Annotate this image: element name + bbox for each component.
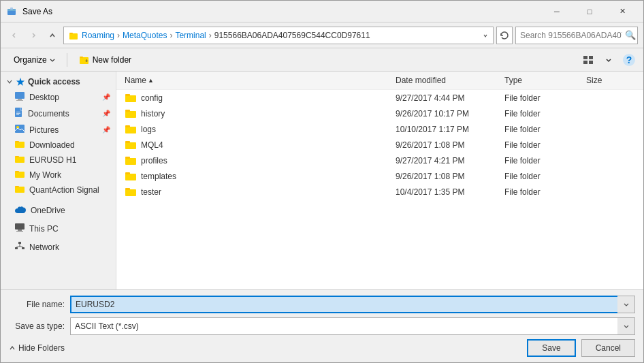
onedrive-svg-icon <box>14 206 27 214</box>
table-row[interactable]: history 9/26/2017 10:17 PM File folder <box>116 106 643 121</box>
documents-icon <box>14 107 24 120</box>
sidebar-item-eurusd-h1[interactable]: EURUSD H1 <box>1 153 116 168</box>
table-row[interactable]: logs 10/10/2017 1:17 PM File folder <box>116 121 643 137</box>
dialog-title: Save As <box>22 7 52 16</box>
quantaction-icon <box>14 185 25 195</box>
breadcrumb-roaming[interactable]: Roaming <box>82 31 114 40</box>
svg-rect-50 <box>125 172 130 174</box>
search-box[interactable]: 🔍 <box>515 27 638 44</box>
table-row[interactable]: templates 9/26/2017 1:08 PM File folder <box>116 168 643 184</box>
title-bar-controls: ─ □ ✕ <box>541 1 638 22</box>
sidebar-item-onedrive[interactable]: OneDrive <box>1 203 116 218</box>
col-header-date[interactable]: Date modified <box>393 74 502 86</box>
back-button[interactable] <box>6 27 22 44</box>
svg-rect-40 <box>125 94 130 96</box>
file-cell-type: File folder <box>502 186 583 198</box>
saveastype-dropdown-button[interactable] <box>617 317 635 335</box>
file-name: config <box>141 93 163 103</box>
file-cell-size <box>583 128 638 131</box>
sidebar-item-quantaction[interactable]: QuantAction Signal <box>1 183 116 198</box>
file-cell-size <box>583 191 638 193</box>
desktop-svg-icon <box>14 91 25 101</box>
folder-row-icon <box>125 108 137 119</box>
pin-icon-documents: 📌 <box>102 110 110 117</box>
svg-rect-10 <box>583 61 587 64</box>
breadcrumb-current: 915566BA06ADA407569C544CC0D97611 <box>214 31 370 40</box>
svg-rect-27 <box>15 171 19 172</box>
search-input[interactable] <box>520 31 622 40</box>
sidebar-item-network[interactable]: Network <box>1 239 116 255</box>
toolbar-separator <box>67 53 67 67</box>
svg-rect-23 <box>15 141 19 142</box>
svg-rect-43 <box>125 127 136 133</box>
downloaded-label: Downloaded <box>29 140 75 150</box>
file-cell-name: history <box>122 107 393 120</box>
close-button[interactable]: ✕ <box>607 1 638 22</box>
file-list: Name ▲ Date modified Type Size <box>116 72 643 289</box>
svg-rect-52 <box>125 188 130 190</box>
filename-dropdown-button[interactable] <box>617 296 635 313</box>
my-work-icon <box>14 170 25 180</box>
file-cell-size <box>583 97 638 99</box>
dialog-icon <box>6 6 17 17</box>
organize-button[interactable]: Organize <box>6 51 63 69</box>
table-row[interactable]: tester 10/4/2017 1:35 PM File folder <box>116 184 643 200</box>
onedrive-label: OneDrive <box>31 206 65 215</box>
view-dropdown-icon <box>606 57 611 63</box>
action-buttons: Save Cancel <box>527 339 635 357</box>
minimize-button[interactable]: ─ <box>541 1 573 22</box>
breadcrumb-metaquotes[interactable]: MetaQuotes <box>123 31 167 40</box>
sidebar-item-downloaded[interactable]: Downloaded <box>1 138 116 153</box>
desktop-label: Desktop <box>29 93 59 102</box>
view-button[interactable] <box>579 51 597 69</box>
bottom-section: File name: Save as type: Hide Folders <box>1 289 643 362</box>
svg-rect-39 <box>125 95 136 102</box>
col-header-size[interactable]: Size <box>583 74 638 86</box>
maximize-button[interactable]: □ <box>574 1 605 22</box>
new-folder-button[interactable]: + New folder <box>71 51 139 69</box>
filename-input-wrapper <box>70 296 635 313</box>
sidebar-item-documents[interactable]: Documents 📌 <box>1 105 116 122</box>
file-rows-container: config 9/27/2017 4:44 PM File folder his… <box>116 90 643 200</box>
eurusd-svg-icon <box>14 155 25 163</box>
network-svg-icon <box>14 241 25 251</box>
hide-folders-chevron-icon <box>9 345 16 351</box>
cancel-button[interactable]: Cancel <box>581 339 635 357</box>
quantaction-svg-icon <box>14 185 25 193</box>
svg-rect-14 <box>18 99 22 100</box>
help-button[interactable]: ? <box>620 51 638 69</box>
table-row[interactable]: MQL4 9/26/2017 1:08 PM File folder <box>116 137 643 153</box>
downloaded-icon <box>14 140 25 151</box>
pin-icon-pictures: 📌 <box>102 126 110 133</box>
forward-button[interactable] <box>25 27 42 44</box>
col-header-type[interactable]: Type <box>502 74 583 86</box>
sidebar-item-my-work[interactable]: My Work <box>1 168 116 183</box>
file-name: templates <box>141 172 176 181</box>
hide-folders-button[interactable]: Hide Folders <box>9 343 65 353</box>
network-label: Network <box>29 242 59 252</box>
breadcrumb-terminal[interactable]: Terminal <box>175 31 206 40</box>
cancel-button-label: Cancel <box>596 343 621 353</box>
refresh-button[interactable] <box>496 27 513 44</box>
sidebar-item-pictures[interactable]: Pictures 📌 <box>1 122 116 138</box>
file-cell-name: templates <box>122 170 393 183</box>
view-dropdown-button[interactable] <box>600 51 617 69</box>
quick-access-star-icon <box>16 77 25 86</box>
folder-row-icon <box>125 187 137 197</box>
file-name-input[interactable] <box>70 296 635 313</box>
save-button[interactable]: Save <box>527 339 575 357</box>
table-row[interactable]: profiles 9/27/2017 4:21 PM File folder <box>116 153 643 168</box>
sidebar-item-desktop[interactable]: Desktop 📌 <box>1 89 116 105</box>
quick-access-chevron-icon <box>6 78 13 85</box>
svg-rect-19 <box>16 114 19 115</box>
svg-rect-22 <box>15 142 25 148</box>
col-header-name[interactable]: Name ▲ <box>122 74 393 86</box>
quick-access-header[interactable]: Quick access <box>1 74 116 89</box>
svg-rect-30 <box>15 223 25 230</box>
file-cell-type: File folder <box>502 155 583 167</box>
back-icon <box>11 32 18 39</box>
sidebar-item-this-pc[interactable]: This PC <box>1 221 116 236</box>
table-row[interactable]: config 9/27/2017 4:44 PM File folder <box>116 90 643 106</box>
save-as-type-input[interactable] <box>70 317 635 335</box>
up-button[interactable] <box>44 27 61 44</box>
